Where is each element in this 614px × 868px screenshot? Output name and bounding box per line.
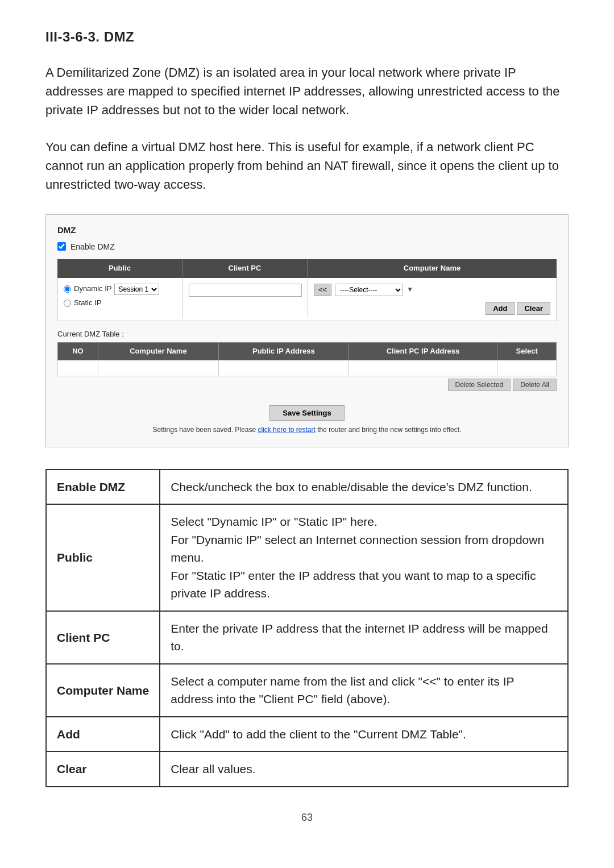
restart-link[interactable]: click here to restart [258, 426, 315, 434]
dmz-panel: DMZ Enable DMZ Public Client PC Computer… [45, 214, 569, 447]
static-ip-label: Static IP [74, 298, 101, 309]
td-client-pc-ip [349, 360, 497, 376]
dmz-form-row: Dynamic IP Session 1 Static IP << ----Se [57, 278, 557, 321]
desc-content-3: Select a computer name from the list and… [160, 664, 568, 717]
enable-dmz-row: Enable DMZ [57, 241, 557, 252]
desc-row-5: ClearClear all values. [46, 751, 568, 787]
static-ip-radio[interactable] [64, 300, 71, 307]
static-ip-row: Static IP [64, 298, 177, 309]
th-no: NO [58, 342, 98, 360]
add-clear-row: Add Clear [314, 302, 550, 315]
td-no [58, 360, 98, 376]
save-settings-row: Save Settings [57, 402, 557, 421]
desc-content-2: Enter the private IP address that the in… [160, 611, 568, 664]
dynamic-ip-label: Dynamic IP [74, 284, 111, 294]
settings-saved-note: Settings have been saved. Please click h… [57, 425, 557, 435]
computer-name-select[interactable]: ----Select---- [335, 284, 403, 296]
computer-name-col: << ----Select---- ▼ Add Clear [308, 278, 556, 321]
select-dropdown-indicator: ▼ [406, 285, 413, 294]
public-radio-group: Dynamic IP Session 1 Static IP [64, 284, 177, 309]
description-table: Enable DMZCheck/uncheck the box to enabl… [45, 469, 569, 787]
td-public-ip [219, 360, 349, 376]
th-public-ip: Public IP Address [219, 342, 349, 360]
page-title: III-3-6-3. DMZ [45, 27, 569, 47]
desc-row-1: PublicSelect "Dynamic IP" or "Static IP"… [46, 504, 568, 611]
desc-label-1: Public [46, 504, 160, 611]
desc-label-0: Enable DMZ [46, 470, 160, 505]
desc-row-0: Enable DMZCheck/uncheck the box to enabl… [46, 470, 568, 505]
arrow-button[interactable]: << [314, 284, 331, 296]
desc-content-0: Check/uncheck the box to enable/disable … [160, 470, 568, 505]
saved-note-after: the router and bring the new settings in… [317, 426, 461, 434]
current-dmz-table-header-row: NO Computer Name Public IP Address Clien… [58, 342, 557, 360]
client-pc-col [183, 278, 308, 318]
current-dmz-table: NO Computer Name Public IP Address Clien… [57, 342, 557, 377]
dynamic-ip-row: Dynamic IP Session 1 [64, 284, 177, 295]
current-dmz-label: Current DMZ Table : [57, 329, 557, 340]
dmz-panel-title: DMZ [57, 224, 557, 236]
table-row [58, 360, 557, 376]
desc-label-5: Clear [46, 751, 160, 787]
desc-label-3: Computer Name [46, 664, 160, 717]
page-number: 63 [45, 810, 569, 825]
dmz-col-headers: Public Client PC Computer Name [57, 259, 557, 278]
desc-label-2: Client PC [46, 611, 160, 664]
saved-note-before: Settings have been saved. Please [153, 426, 256, 434]
intro-para-2: You can define a virtual DMZ host here. … [45, 138, 569, 194]
td-select [497, 360, 557, 376]
desc-content-4: Click "Add" to add the client to the "Cu… [160, 717, 568, 752]
desc-row-3: Computer NameSelect a computer name from… [46, 664, 568, 717]
enable-dmz-checkbox[interactable] [57, 242, 66, 251]
td-computer-name [98, 360, 218, 376]
desc-label-4: Add [46, 717, 160, 752]
desc-content-1: Select "Dynamic IP" or "Static IP" here.… [160, 504, 568, 611]
clear-button[interactable]: Clear [517, 302, 550, 315]
delete-all-button[interactable]: Delete All [513, 379, 557, 391]
public-col: Dynamic IP Session 1 Static IP [58, 278, 183, 318]
desc-content-5: Clear all values. [160, 751, 568, 787]
th-select: Select [497, 342, 557, 360]
th-client-pc-ip: Client PC IP Address [349, 342, 497, 360]
save-settings-button[interactable]: Save Settings [269, 405, 344, 421]
add-button[interactable]: Add [486, 302, 515, 315]
col-computer-name: Computer Name [308, 259, 557, 278]
delete-selected-button[interactable]: Delete Selected [448, 379, 511, 391]
intro-para-1: A Demilitarized Zone (DMZ) is an isolate… [45, 63, 569, 119]
desc-row-2: Client PCEnter the private IP address th… [46, 611, 568, 664]
col-public: Public [57, 259, 182, 278]
desc-row-4: AddClick "Add" to add the client to the … [46, 717, 568, 752]
enable-dmz-label: Enable DMZ [70, 241, 115, 252]
delete-row: Delete Selected Delete All [57, 379, 557, 391]
client-pc-input[interactable] [189, 284, 302, 297]
col-client-pc: Client PC [182, 259, 308, 278]
computer-name-row: << ----Select---- ▼ [314, 284, 550, 296]
dynamic-ip-radio[interactable] [64, 285, 71, 293]
th-computer-name: Computer Name [98, 342, 218, 360]
session-select[interactable]: Session 1 [114, 284, 159, 295]
